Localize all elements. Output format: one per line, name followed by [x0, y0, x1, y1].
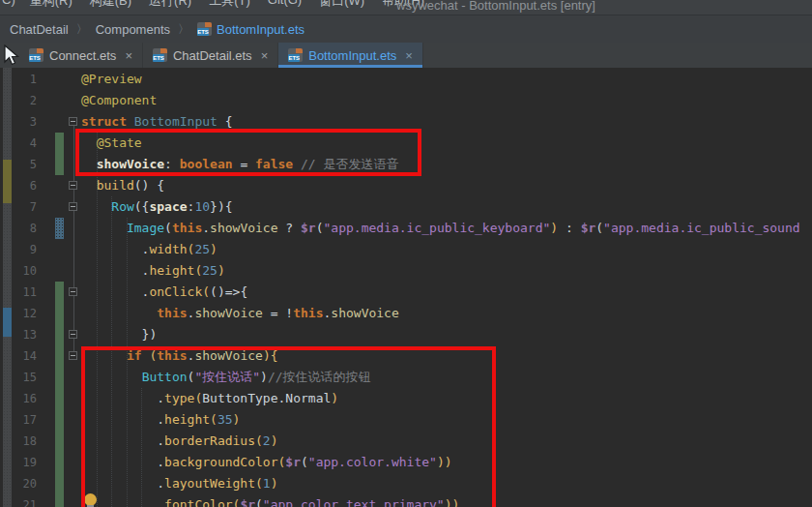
breadcrumb-item-label: BottomInput.ets — [217, 22, 304, 37]
menu-item-0[interactable]: C) — [2, 0, 21, 10]
token-fn: width( — [149, 242, 194, 256]
token-txt — [81, 178, 97, 193]
menu-items: C)重构(R)构建(B)运行(R)工具(T)Git(G)窗口(W)帮助(H) — [2, 0, 433, 10]
breadcrumb: ChatDetail〉Compoments〉ETSBottomInput.ets — [0, 15, 812, 43]
breadcrumb-item-0[interactable]: ChatDetail — [10, 22, 69, 37]
menu-item-4[interactable]: 工具(T) — [200, 0, 259, 10]
ets-file-icon-label: ETS — [153, 54, 164, 62]
editor-tab-bottominput-ets[interactable]: ETSBottomInput.ets× — [278, 43, 423, 68]
token-txt — [81, 306, 157, 320]
code-line[interactable]: 12 this.showVoice = !this.showVoice — [14, 303, 812, 324]
token-txt: ( — [595, 221, 603, 235]
menu-item-2[interactable]: 构建(B) — [81, 0, 140, 10]
code-line[interactable]: 1@Preview — [14, 69, 812, 90]
line-number: 3 — [14, 111, 37, 133]
editor-tab-connect-ets[interactable]: ETSConnect.ets× — [19, 43, 143, 68]
ets-file-icon: ETS — [197, 22, 212, 36]
marker-strip-mark — [3, 308, 12, 337]
menu-item-6[interactable]: 窗口(W) — [310, 0, 373, 10]
line-number: 12 — [14, 303, 37, 324]
token-txt: { — [225, 114, 233, 129]
editor-tab-chatdetail-ets[interactable]: ETSChatDetail.ets× — [143, 43, 278, 68]
mouse-cursor-icon — [4, 45, 21, 72]
line-number: 1 — [14, 69, 37, 90]
token-txt: ( — [164, 221, 172, 235]
token-txt: ( — [316, 221, 324, 235]
breadcrumb-item-2[interactable]: ETSBottomInput.ets — [197, 22, 304, 37]
fold-marker-end[interactable] — [69, 330, 77, 339]
token-fn: height( — [149, 263, 202, 278]
ets-file-icon: ETS — [29, 48, 44, 62]
line-number: 9 — [14, 239, 37, 260]
code-text: @Preview — [81, 69, 142, 90]
token-num: 10 — [194, 199, 210, 214]
token-prop: showVoice — [331, 306, 398, 320]
token-str: "app.media.ic_public_sound — [603, 221, 800, 235]
token-txt — [81, 221, 127, 235]
token-kw: this — [157, 306, 187, 320]
token-txt: () { — [134, 178, 164, 193]
token-num: 25 — [202, 263, 218, 278]
token-kw: struct — [81, 114, 134, 129]
token-ann: @Component — [81, 93, 157, 107]
breadcrumb-item-1[interactable]: Compoments — [96, 22, 170, 37]
code-line[interactable]: 8 Image(this.showVoice ? $r("app.media.i… — [14, 218, 812, 239]
code-line[interactable]: 2@Component — [14, 90, 812, 111]
left-marker-strip — [0, 68, 14, 507]
token-mac: $r — [581, 221, 596, 235]
token-comp: Row — [111, 199, 133, 214]
ets-file-icon-label: ETS — [197, 28, 209, 36]
menu-bar: C)重构(R)构建(B)运行(R)工具(T)Git(G)窗口(W)帮助(H) w… — [0, 0, 812, 15]
code-line[interactable]: 10 .height(25) — [14, 260, 812, 282]
ets-file-icon: ETS — [153, 48, 167, 62]
menu-item-1[interactable]: 重构(R) — [21, 0, 81, 10]
token-fn: ) — [550, 221, 558, 235]
tab-label: ChatDetail.ets — [173, 48, 252, 63]
tab-close-icon[interactable]: × — [125, 48, 132, 63]
fold-marker-start[interactable] — [69, 181, 77, 190]
line-number: 8 — [14, 218, 37, 239]
token-fn: onClick( — [149, 284, 210, 299]
code-text: .width(25) — [81, 239, 218, 260]
token-txt: . — [81, 284, 149, 299]
line-number: 17 — [14, 409, 37, 431]
code-line[interactable]: 13 }) — [14, 324, 812, 345]
token-prop: showVoice — [194, 306, 262, 320]
editor-tab-bar: ETSConnect.ets×ETSChatDetail.ets×ETSBott… — [0, 43, 812, 68]
line-number: 11 — [14, 282, 37, 303]
fold-marker-start[interactable] — [69, 351, 77, 360]
annotation-red-box-1 — [75, 129, 421, 176]
token-txt: ? — [278, 221, 301, 235]
line-number: 19 — [14, 452, 37, 473]
ets-file-icon-label: ETS — [29, 54, 41, 62]
token-kw: this — [172, 221, 202, 235]
line-number: 14 — [14, 345, 37, 367]
fold-marker-start[interactable] — [69, 202, 77, 211]
breadcrumb-item-label: Compoments — [96, 22, 170, 37]
token-fn: ) — [218, 263, 225, 278]
code-line[interactable]: 6 build() { — [14, 175, 812, 196]
window-title: wsywechat - BottomInput.ets [entry] — [396, 0, 595, 13]
fold-marker-start[interactable] — [69, 287, 77, 296]
line-number: 18 — [14, 431, 37, 452]
token-fn: ) — [210, 242, 218, 256]
token-txt: }) — [81, 327, 157, 342]
menu-item-5[interactable]: Git(G) — [259, 0, 310, 10]
annotation-red-box-2 — [81, 346, 496, 507]
line-number: 21 — [14, 494, 37, 507]
token-prop: showVoice — [210, 221, 277, 235]
fold-marker-start[interactable] — [69, 117, 77, 126]
tab-close-icon[interactable]: × — [405, 48, 413, 63]
tab-close-icon[interactable]: × — [261, 48, 269, 63]
token-txt: = ! — [263, 306, 293, 320]
line-number: 2 — [14, 90, 37, 111]
code-text: @Component — [81, 90, 157, 111]
code-line[interactable]: 11 .onClick(()=>{ — [14, 282, 812, 303]
code-text: .height(25) — [81, 260, 225, 282]
ets-file-icon: ETS — [288, 48, 303, 62]
code-line[interactable]: 9 .width(25) — [14, 239, 812, 260]
tab-label: BottomInput.ets — [308, 48, 396, 63]
code-line[interactable]: 7 Row({space:10}){ — [14, 196, 812, 218]
menu-item-3[interactable]: 运行(R) — [140, 0, 200, 10]
token-txt: . — [81, 263, 149, 278]
